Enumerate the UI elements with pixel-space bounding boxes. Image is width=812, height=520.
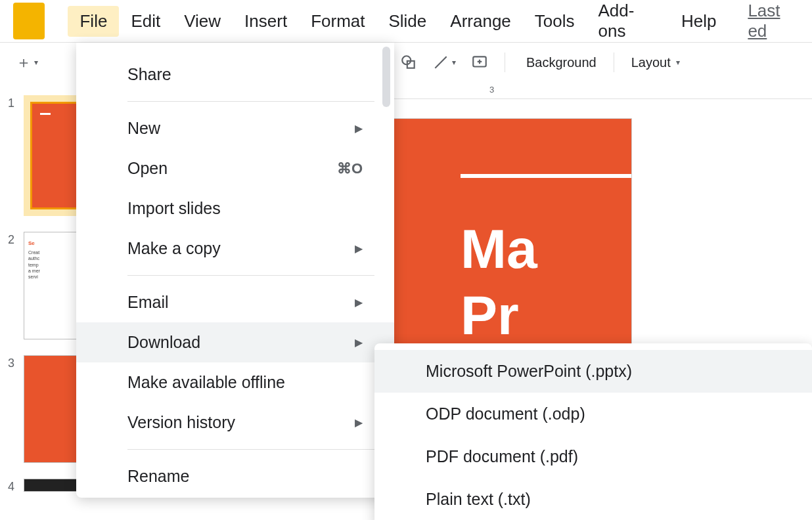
file-email[interactable]: Email ▶ (76, 282, 394, 322)
menu-separator (127, 275, 374, 276)
dropdown-caret-icon: ▾ (676, 58, 680, 67)
slide-decorative-line (461, 174, 631, 178)
file-rename[interactable]: Rename (76, 456, 394, 486)
dropdown-scrollbar[interactable] (382, 47, 390, 107)
menu-tools[interactable]: Tools (523, 6, 587, 37)
slide-number: 1 (7, 95, 14, 110)
download-txt[interactable]: Plain text (.txt) (374, 478, 812, 520)
menu-file[interactable]: File (68, 6, 119, 37)
slide-title-text[interactable]: Ma Pr (461, 216, 537, 349)
file-download[interactable]: Download ▶ (76, 322, 394, 362)
slides-logo[interactable] (13, 3, 44, 39)
slide-number: 2 (7, 232, 14, 247)
file-version-history[interactable]: Version history ▶ (76, 402, 394, 443)
file-share[interactable]: Share (76, 54, 394, 95)
menu-separator (127, 449, 374, 450)
file-new[interactable]: New ▶ (76, 108, 394, 148)
insert-shape-button[interactable] (395, 49, 422, 76)
layout-label: Layout (631, 55, 671, 70)
menu-insert[interactable]: Insert (233, 6, 299, 37)
menu-separator (127, 101, 374, 102)
menu-view[interactable]: View (172, 6, 233, 37)
menu-slide[interactable]: Slide (376, 6, 438, 37)
submenu-arrow-icon: ▶ (355, 296, 363, 309)
plus-icon: ＋ (16, 52, 32, 73)
menu-help[interactable]: Help (669, 6, 728, 37)
menu-edit[interactable]: Edit (119, 6, 172, 37)
menu-arrange[interactable]: Arrange (438, 6, 523, 37)
file-menu-dropdown: Share New ▶ Open ⌘O Import slides Make a… (76, 43, 394, 498)
menu-bar: File Edit View Insert Format Slide Arran… (68, 0, 812, 47)
file-make-a-copy[interactable]: Make a copy ▶ (76, 228, 394, 269)
comment-plus-icon (471, 54, 488, 71)
shape-icon (400, 54, 417, 71)
insert-line-button[interactable]: ▾ (428, 49, 460, 76)
download-pdf[interactable]: PDF document (.pdf) (374, 435, 812, 478)
menu-add-ons[interactable]: Add-ons (587, 0, 669, 47)
last-edit-link[interactable]: Last ed (728, 0, 812, 47)
slide-number: 4 (7, 479, 14, 494)
insert-comment-button[interactable] (466, 49, 493, 76)
layout-button[interactable]: Layout ▾ (622, 49, 689, 76)
file-make-available-offline[interactable]: Make available offline (76, 362, 394, 402)
slide-number: 3 (7, 355, 14, 370)
submenu-arrow-icon: ▶ (355, 336, 363, 349)
line-icon (432, 54, 449, 71)
background-button[interactable]: Background (517, 49, 606, 76)
dropdown-caret-icon: ▾ (452, 58, 456, 67)
dropdown-caret-icon: ▾ (34, 58, 38, 67)
download-pptx[interactable]: Microsoft PowerPoint (.pptx) (374, 350, 812, 393)
download-submenu: Microsoft PowerPoint (.pptx) ODP documen… (374, 343, 812, 520)
file-import-slides[interactable]: Import slides (76, 188, 394, 228)
submenu-arrow-icon: ▶ (355, 416, 363, 429)
submenu-arrow-icon: ▶ (355, 122, 363, 135)
keyboard-shortcut: ⌘O (337, 160, 363, 177)
download-odp[interactable]: ODP document (.odp) (374, 393, 812, 435)
file-open[interactable]: Open ⌘O (76, 148, 394, 188)
menu-format[interactable]: Format (299, 6, 376, 37)
new-slide-button[interactable]: ＋ ▾ (12, 49, 42, 76)
submenu-arrow-icon: ▶ (355, 242, 363, 255)
menu-bar-row: File Edit View Insert Format Slide Arran… (0, 0, 812, 43)
